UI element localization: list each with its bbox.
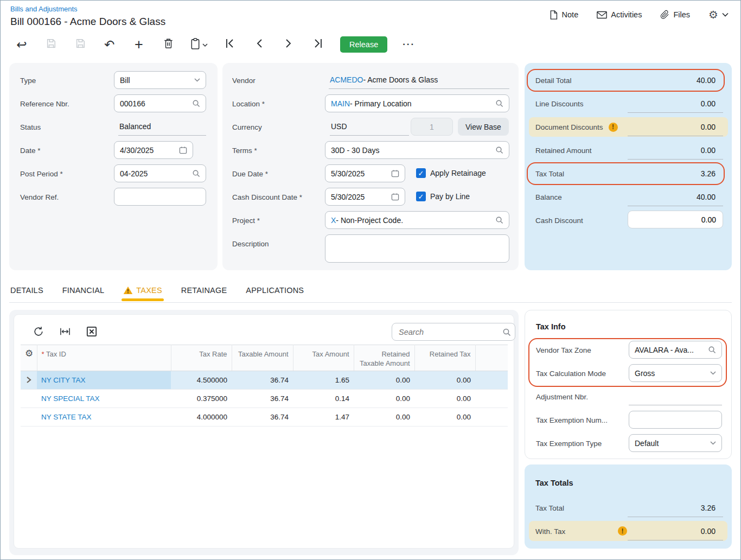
vendor-ref-field[interactable] xyxy=(114,188,206,206)
cash-discount-date-field[interactable]: 5/30/2025 xyxy=(325,188,405,206)
chevron-down-icon[interactable] xyxy=(710,441,716,445)
view-base-button[interactable]: View Base xyxy=(458,118,509,136)
tab-applications[interactable]: APPLICATIONS xyxy=(246,286,304,295)
next-record-button[interactable] xyxy=(282,37,296,52)
cancel-undo-button[interactable]: ↶ xyxy=(103,37,117,52)
line-discounts-label: Line Discounts xyxy=(535,100,584,108)
col-header-retained-tax[interactable]: Retained Tax xyxy=(414,345,475,371)
col-header-taxable-amount[interactable]: Taxable Amount xyxy=(232,345,293,371)
last-record-icon xyxy=(314,39,322,50)
previous-record-button[interactable] xyxy=(252,37,266,52)
col-header-retained-taxable-amount[interactable]: Retained Taxable Amount xyxy=(354,345,414,371)
detail-total-value: 40.00 xyxy=(697,76,716,85)
cash-discount-input[interactable] xyxy=(628,211,723,228)
search-icon[interactable] xyxy=(495,146,503,154)
chevron-right-icon xyxy=(285,39,292,50)
retained-tax-cell: 0.00 xyxy=(414,371,475,389)
add-new-record-button[interactable]: + xyxy=(132,37,146,52)
chevron-down-icon[interactable] xyxy=(710,371,716,375)
first-record-icon xyxy=(226,39,234,50)
balance-value: 40.00 xyxy=(697,193,716,201)
project-field[interactable]: X - Non-Project Code. xyxy=(325,211,509,229)
release-button[interactable]: Release xyxy=(340,36,387,53)
vendor-tax-zone-label: Vendor Tax Zone xyxy=(536,346,591,354)
calendar-icon[interactable] xyxy=(179,146,187,154)
save-button[interactable] xyxy=(73,37,87,52)
envelope-icon xyxy=(597,11,607,19)
files-button[interactable]: Files xyxy=(660,10,690,20)
tax-id-cell[interactable]: NY CITY TAX xyxy=(37,371,171,389)
search-icon[interactable] xyxy=(192,99,200,107)
calendar-icon[interactable] xyxy=(391,169,399,177)
export-to-excel-icon[interactable] xyxy=(85,324,99,339)
date-field[interactable]: 4/30/2025 xyxy=(114,141,193,159)
more-actions-button[interactable]: ··· xyxy=(403,39,415,50)
terms-field[interactable]: 30D - 30 Days xyxy=(325,141,509,159)
post-period-label: Post Period * xyxy=(20,170,63,178)
activities-button[interactable]: Activities xyxy=(597,10,642,19)
go-back-button[interactable]: ↩ xyxy=(15,37,29,52)
column-settings-cell[interactable]: ⚙ xyxy=(21,345,37,371)
back-arrow-icon: ↩ xyxy=(16,39,27,51)
save-and-close-button[interactable] xyxy=(44,37,58,52)
search-icon[interactable] xyxy=(192,169,200,177)
search-icon[interactable] xyxy=(495,99,503,107)
search-icon[interactable] xyxy=(502,328,511,336)
vendor-code-link[interactable]: ACMEDO xyxy=(330,75,363,84)
apply-retainage-checkbox[interactable]: ✓ Apply Retainage xyxy=(416,168,486,178)
retained-tax-cell: 0.00 xyxy=(414,408,475,426)
refresh-icon[interactable] xyxy=(31,324,46,339)
delete-button[interactable] xyxy=(161,37,175,52)
tax-exemption-number-field[interactable] xyxy=(629,411,722,429)
gear-icon[interactable]: ⚙ xyxy=(25,348,33,359)
detail-total-label: Detail Total xyxy=(535,77,572,85)
breadcrumb[interactable]: Bills and Adjustments xyxy=(10,5,78,13)
tax-id-cell[interactable]: NY STATE TAX xyxy=(37,408,171,426)
status-label: Status xyxy=(20,123,41,131)
post-period-field[interactable]: 04-2025 xyxy=(114,164,206,182)
search-icon[interactable] xyxy=(495,216,503,224)
vendor-tax-zone-field[interactable]: AVALARA - Ava... xyxy=(629,341,722,359)
divider xyxy=(628,540,723,540)
col-header-tax-rate[interactable]: Tax Rate xyxy=(171,345,232,371)
type-label: Type xyxy=(20,77,36,85)
note-button[interactable]: Note xyxy=(549,10,579,20)
taxable-amount-cell: 36.74 xyxy=(232,408,293,426)
last-record-button[interactable] xyxy=(311,37,325,52)
location-label: Location * xyxy=(232,100,265,108)
table-row[interactable]: NY STATE TAX 4.000000 36.74 1.47 0.00 0.… xyxy=(21,408,508,426)
grid-search-input[interactable] xyxy=(398,327,502,337)
due-date-field[interactable]: 5/30/2025 xyxy=(325,164,405,182)
tab-retainage[interactable]: RETAINAGE xyxy=(181,286,227,295)
table-row[interactable]: NY CITY TAX 4.500000 36.74 1.65 0.00 0.0… xyxy=(21,371,508,389)
description-textarea[interactable] xyxy=(325,234,509,263)
col-header-tax-amount[interactable]: Tax Amount xyxy=(293,345,354,371)
pay-by-line-checkbox[interactable]: ✓ Pay by Line xyxy=(416,192,470,201)
location-field[interactable]: MAIN - Primary Location xyxy=(325,94,509,112)
first-record-button[interactable] xyxy=(223,37,237,52)
col-header-tax-id[interactable]: * Tax ID xyxy=(37,345,171,371)
project-code-link[interactable]: X xyxy=(331,216,336,225)
table-row[interactable]: NY SPECIAL TAX 0.375000 36.74 0.14 0.00 … xyxy=(21,389,508,408)
tab-taxes[interactable]: TAXES xyxy=(123,286,162,295)
tax-calculation-mode-dropdown[interactable]: Gross xyxy=(629,364,722,382)
search-icon[interactable] xyxy=(708,346,716,354)
tax-rate-cell: 0.375000 xyxy=(171,389,232,408)
location-code-link[interactable]: MAIN xyxy=(331,99,350,108)
reference-nbr-field[interactable]: 000166 xyxy=(114,94,206,112)
calendar-icon[interactable] xyxy=(391,193,399,201)
tax-id-cell[interactable]: NY SPECIAL TAX xyxy=(37,389,171,408)
fit-width-icon[interactable] xyxy=(58,324,72,339)
reference-nbr-value: 000166 xyxy=(120,99,145,108)
grid-search-box[interactable] xyxy=(392,323,515,341)
tax-total-value: 3.26 xyxy=(701,169,716,178)
tab-financial[interactable]: FINANCIAL xyxy=(62,286,105,295)
tools-menu-button[interactable]: ⚙ xyxy=(708,9,729,20)
tab-details[interactable]: DETAILS xyxy=(10,286,43,295)
tax-exemption-type-dropdown[interactable]: Default xyxy=(629,434,722,452)
type-dropdown[interactable]: Bill xyxy=(114,71,206,89)
copy-paste-button[interactable] xyxy=(190,38,208,52)
chevron-down-icon[interactable] xyxy=(194,78,200,82)
post-period-value: 04-2025 xyxy=(120,169,148,178)
divider xyxy=(628,206,723,206)
